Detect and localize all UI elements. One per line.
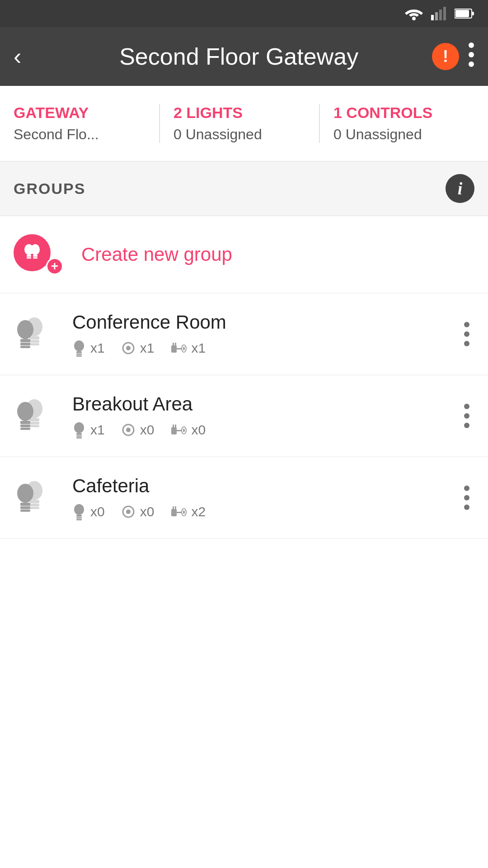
group-item[interactable]: Conference Room x1 x1 x1 — [0, 293, 488, 375]
svg-rect-50 — [76, 435, 82, 437]
svg-point-39 — [464, 341, 469, 346]
svg-rect-7 — [472, 12, 474, 15]
summary-controls[interactable]: 1 CONTROLS 0 Unassigned — [324, 104, 474, 143]
svg-rect-74 — [76, 519, 82, 520]
svg-rect-15 — [33, 255, 38, 257]
svg-rect-49 — [76, 433, 82, 435]
lights-label: 2 LIGHTS — [174, 104, 305, 122]
group-name: Cafeteria — [72, 475, 459, 497]
stat-item: x0 — [170, 422, 206, 438]
svg-point-59 — [183, 429, 185, 432]
stat-count: x0 — [140, 504, 155, 519]
switch-stat-icon — [170, 505, 187, 519]
group-name: Breakout Area — [72, 393, 459, 415]
svg-rect-33 — [175, 343, 176, 346]
svg-rect-54 — [171, 427, 177, 434]
stat-item: x1 — [121, 340, 155, 356]
svg-rect-55 — [173, 425, 174, 428]
group-item[interactable]: Cafeteria x0 x0 x2 — [0, 457, 488, 539]
groups-list: Conference Room x1 x1 x1 — [0, 293, 488, 539]
status-bar — [0, 0, 488, 27]
svg-rect-77 — [171, 509, 177, 516]
svg-point-38 — [464, 331, 469, 337]
summary-lights[interactable]: 2 LIGHTS 0 Unassigned — [164, 104, 314, 143]
svg-rect-72 — [76, 515, 82, 517]
stat-count: x1 — [90, 422, 105, 438]
header: ‹ Second Floor Gateway ! — [0, 27, 488, 86]
stat-count: x1 — [140, 340, 155, 356]
sensor-stat-icon — [121, 423, 136, 437]
switch-stat-icon — [170, 423, 187, 437]
stat-item: x0 — [121, 422, 155, 438]
svg-point-84 — [464, 495, 469, 500]
controls-sublabel: 0 Unassigned — [333, 126, 465, 143]
group-more-button[interactable] — [459, 317, 474, 351]
create-group-label: Create new group — [81, 244, 232, 265]
stat-item: x0 — [121, 504, 155, 519]
stat-item: x1 — [72, 340, 105, 357]
svg-point-8 — [469, 42, 474, 48]
bulb-stat-icon — [72, 421, 86, 439]
group-item[interactable]: Breakout Area x1 x0 x0 — [0, 375, 488, 457]
svg-rect-2 — [435, 12, 438, 20]
summary-divider-1 — [159, 104, 160, 143]
signal-icon — [431, 7, 446, 20]
svg-point-53 — [126, 428, 131, 432]
svg-rect-13 — [27, 257, 31, 259]
svg-rect-16 — [33, 257, 38, 259]
svg-rect-4 — [443, 7, 446, 20]
alert-badge[interactable]: ! — [432, 43, 459, 70]
back-button[interactable]: ‹ — [14, 45, 21, 68]
groups-label: GROUPS — [14, 180, 85, 198]
svg-rect-23 — [20, 343, 30, 345]
group-info: Breakout Area x1 x0 x0 — [72, 393, 459, 439]
svg-rect-26 — [76, 351, 82, 353]
create-group-icon: + — [14, 234, 63, 275]
groups-header: GROUPS i — [0, 161, 488, 216]
group-bulb-icon — [14, 316, 54, 352]
svg-rect-45 — [20, 421, 30, 424]
svg-point-82 — [183, 510, 185, 514]
gateway-value: Second Flo... — [14, 126, 145, 143]
svg-point-62 — [464, 423, 469, 428]
stat-item: x0 — [72, 503, 105, 520]
svg-rect-27 — [76, 354, 82, 355]
wifi-icon — [405, 7, 423, 20]
svg-point-0 — [412, 17, 416, 20]
summary-gateway[interactable]: GATEWAY Second Flo... — [14, 104, 155, 143]
group-stats: x1 x0 x0 — [72, 421, 459, 439]
svg-point-85 — [464, 505, 469, 510]
switch-stat-icon — [170, 341, 187, 355]
info-button[interactable]: i — [446, 174, 474, 203]
svg-point-25 — [74, 340, 84, 351]
svg-rect-32 — [173, 343, 174, 346]
svg-point-14 — [31, 244, 40, 255]
sensor-stat-icon — [121, 341, 136, 355]
svg-rect-1 — [431, 15, 434, 20]
group-more-button[interactable] — [459, 399, 474, 433]
svg-rect-51 — [76, 437, 82, 439]
svg-point-10 — [469, 61, 474, 67]
sensor-stat-icon — [121, 505, 136, 519]
svg-point-83 — [464, 486, 469, 491]
stat-count: x0 — [90, 504, 105, 519]
create-group-item[interactable]: + Create new group — [0, 216, 488, 293]
group-bulb-icon — [14, 480, 54, 516]
summary-row: GATEWAY Second Flo... 2 LIGHTS 0 Unassig… — [0, 86, 488, 161]
group-more-button[interactable] — [459, 481, 474, 515]
svg-rect-47 — [20, 428, 30, 430]
group-name: Conference Room — [72, 311, 459, 333]
group-stats: x0 x0 x2 — [72, 503, 459, 520]
svg-rect-6 — [455, 10, 469, 17]
svg-rect-56 — [175, 425, 176, 428]
svg-rect-79 — [175, 506, 176, 509]
svg-point-67 — [17, 484, 33, 503]
more-menu-button[interactable] — [468, 42, 474, 71]
group-bulb-icon — [14, 398, 54, 434]
svg-rect-24 — [20, 346, 30, 348]
stat-item: x2 — [170, 504, 206, 519]
svg-rect-73 — [76, 517, 82, 519]
svg-point-9 — [469, 52, 474, 57]
svg-point-44 — [17, 402, 33, 421]
summary-divider-2 — [319, 104, 320, 143]
